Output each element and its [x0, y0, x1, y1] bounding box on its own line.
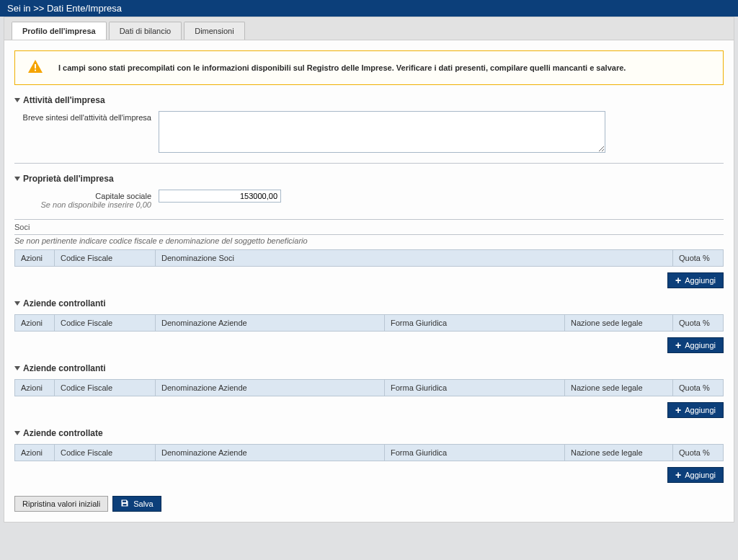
input-capitale-sociale[interactable]: [159, 190, 281, 203]
add-controllate-button[interactable]: + Aggiungi: [667, 467, 724, 483]
th-quota: Quota %: [673, 250, 724, 267]
subheading-soci: Soci: [14, 221, 724, 233]
plus-icon: +: [675, 340, 681, 350]
chevron-down-icon: [14, 98, 20, 102]
tab-dati-bilancio[interactable]: Dati di bilancio: [109, 22, 182, 40]
add-button-label: Aggiungi: [685, 276, 716, 285]
th-azioni: Azioni: [15, 445, 55, 461]
section-toggle-controllate[interactable]: Aziende controllate: [14, 428, 724, 438]
th-azioni: Azioni: [15, 315, 55, 332]
add-soci-button[interactable]: + Aggiungi: [667, 272, 724, 288]
section-title-proprieta: Proprietà dell'impresa: [23, 174, 114, 184]
th-quota: Quota %: [673, 445, 724, 461]
svg-rect-0: [35, 64, 36, 68]
add-controllanti-1-button[interactable]: + Aggiungi: [667, 337, 724, 353]
table-controllanti-1: Azioni Codice Fiscale Denominazione Azie…: [14, 314, 724, 332]
label-breve-sintesi: Breve sintesi dell'attività dell'impresa: [14, 111, 159, 122]
th-nazione: Nazione sede legale: [565, 315, 673, 332]
th-codice-fiscale: Codice Fiscale: [55, 380, 156, 396]
divider: [14, 234, 724, 235]
th-codice-fiscale: Codice Fiscale: [55, 445, 156, 461]
divider: [14, 163, 724, 164]
section-title-attivita: Attività dell'impresa: [23, 95, 105, 105]
svg-rect-1: [35, 70, 36, 71]
info-text: I campi sono stati precompilati con le i…: [58, 63, 626, 72]
th-quota: Quota %: [673, 315, 724, 332]
section-title-controllanti-1: Aziende controllanti: [23, 298, 106, 308]
add-button-label: Aggiungi: [685, 471, 716, 479]
breadcrumb-bar: Sei in >> Dati Ente/Impresa: [0, 0, 738, 17]
table-controllanti-2: Azioni Codice Fiscale Denominazione Azie…: [14, 379, 724, 396]
warning-icon: [25, 58, 45, 77]
chevron-down-icon: [14, 177, 20, 181]
add-button-label: Aggiungi: [685, 341, 716, 350]
th-azioni: Azioni: [15, 380, 55, 396]
add-button-label: Aggiungi: [685, 406, 716, 414]
plus-icon: +: [675, 275, 681, 285]
th-denominazione: Denominazione Aziende: [156, 380, 385, 396]
section-toggle-controllanti-1[interactable]: Aziende controllanti: [14, 298, 724, 308]
tab-profilo[interactable]: Profilo dell'impresa: [12, 22, 107, 40]
add-controllanti-2-button[interactable]: + Aggiungi: [667, 402, 724, 418]
chevron-down-icon: [14, 301, 20, 306]
th-denominazione: Denominazione Aziende: [156, 315, 385, 332]
input-breve-sintesi[interactable]: [159, 111, 605, 153]
info-banner: I campi sono stati precompilati con le i…: [14, 50, 724, 85]
th-denominazione: Denominazione Soci: [156, 250, 673, 267]
th-forma-giuridica: Forma Giuridica: [385, 445, 565, 461]
th-quota: Quota %: [673, 380, 724, 396]
th-denominazione: Denominazione Aziende: [156, 445, 385, 461]
salva-button[interactable]: Salva: [112, 496, 161, 512]
th-codice-fiscale: Codice Fiscale: [55, 250, 156, 267]
th-forma-giuridica: Forma Giuridica: [385, 380, 565, 396]
th-nazione: Nazione sede legale: [565, 445, 673, 461]
th-nazione: Nazione sede legale: [565, 380, 673, 396]
helper-capitale: Se non disponibile inserire 0,00: [14, 200, 151, 209]
divider: [14, 219, 724, 220]
breadcrumb: Sei in >> Dati Ente/Impresa: [7, 3, 122, 14]
plus-icon: +: [675, 470, 681, 480]
th-azioni: Azioni: [15, 250, 55, 267]
label-capitale-sociale: Capitale sociale: [95, 192, 151, 200]
section-toggle-controllanti-2[interactable]: Aziende controllanti: [14, 363, 724, 373]
ripristina-button[interactable]: Ripristina valori iniziali: [14, 496, 108, 512]
th-forma-giuridica: Forma Giuridica: [385, 315, 565, 332]
th-codice-fiscale: Codice Fiscale: [55, 315, 156, 332]
section-title-controllanti-2: Aziende controllanti: [23, 363, 106, 373]
section-toggle-attivita[interactable]: Attività dell'impresa: [14, 95, 724, 105]
section-toggle-proprieta[interactable]: Proprietà dell'impresa: [14, 174, 724, 184]
table-controllate: Azioni Codice Fiscale Denominazione Azie…: [14, 444, 724, 461]
section-title-controllate: Aziende controllate: [23, 428, 103, 438]
tab-dimensioni[interactable]: Dimensioni: [184, 22, 244, 40]
save-icon: [120, 499, 129, 509]
note-soci: Se non pertinente indicare codice fiscal…: [14, 236, 724, 245]
chevron-down-icon: [14, 366, 20, 370]
tabs: Profilo dell'impresa Dati di bilancio Di…: [4, 17, 734, 40]
chevron-down-icon: [14, 431, 20, 435]
plus-icon: +: [675, 405, 681, 415]
salva-label: Salva: [133, 499, 154, 508]
table-soci: Azioni Codice Fiscale Denominazione Soci…: [14, 249, 724, 267]
